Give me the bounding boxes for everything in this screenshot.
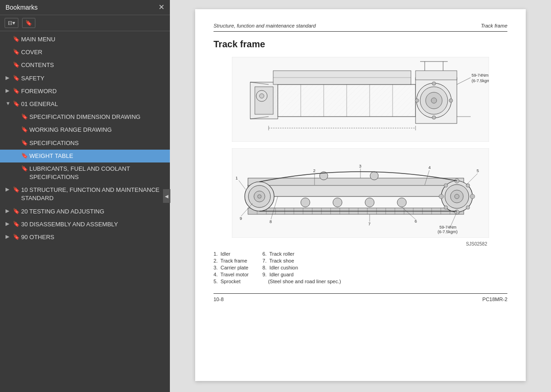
sidebar-item-cover[interactable]: 🔖 COVER bbox=[0, 46, 170, 59]
svg-rect-43 bbox=[248, 185, 464, 196]
document-panel: Structure, function and maintenance stan… bbox=[170, 0, 551, 392]
document-page: Structure, function and maintenance stan… bbox=[195, 9, 526, 381]
doc-header: Structure, function and maintenance stan… bbox=[214, 23, 507, 32]
bookmark-view-button[interactable]: 🔖 bbox=[22, 18, 35, 28]
doc-title: Track frame bbox=[214, 39, 507, 50]
parts-legend: 1. Idler 2. Track frame 3. Carrier plate… bbox=[214, 251, 507, 284]
expand-arrow-01-general: ▼ bbox=[6, 100, 13, 106]
svg-text:1: 1 bbox=[236, 176, 238, 180]
doc-footer: 10-8 PC18MR-2 bbox=[214, 293, 507, 302]
bookmark-icon-lubricants: 🔖 bbox=[21, 165, 29, 172]
expand-arrow-foreword: ▶ bbox=[6, 87, 13, 94]
expand-arrow-30-disassembly: ▶ bbox=[6, 220, 13, 227]
part-item-8: 8. Idler cushion bbox=[262, 265, 341, 270]
bookmark-icon-cover: 🔖 bbox=[13, 48, 21, 55]
svg-text:59-74Nm: 59-74Nm bbox=[439, 225, 456, 230]
sidebar-header: Bookmarks ✕ bbox=[0, 0, 170, 15]
part-item-6: 6. Track roller bbox=[262, 251, 341, 257]
sidebar-item-20-testing[interactable]: ▶ 🔖 20 TESTING AND ADJUSTING bbox=[0, 205, 170, 218]
expand-arrow-10-structure: ▶ bbox=[6, 186, 13, 192]
part-item-1: 1. Idler bbox=[214, 251, 248, 257]
bookmark-icon-10-structure: 🔖 bbox=[13, 186, 21, 193]
svg-point-81 bbox=[444, 184, 448, 187]
expand-placeholder-contents bbox=[6, 61, 13, 67]
part-item-9-note: (Steel shoe and road liner spec.) bbox=[262, 279, 341, 284]
expand-arrow-safety: ▶ bbox=[6, 74, 13, 81]
sidebar-label-20-testing: 20 TESTING AND ADJUSTING bbox=[21, 207, 166, 216]
bookmark-icon-30-disassembly: 🔖 bbox=[13, 220, 21, 227]
sidebar-item-main-menu[interactable]: 🔖 MAIN MENU bbox=[0, 33, 170, 46]
sidebar-item-specifications[interactable]: 🔖 SPECIFICATIONS bbox=[0, 137, 170, 150]
page-number: 10-8 bbox=[214, 297, 224, 302]
bookmark-icon: 🔖 bbox=[25, 20, 32, 26]
svg-point-24 bbox=[449, 99, 453, 102]
sidebar-item-weight-table[interactable]: 🔖 WEIGHT TABLE bbox=[0, 150, 170, 162]
svg-text:6: 6 bbox=[415, 219, 417, 224]
sidebar-item-01-general[interactable]: ▼ 🔖 01 GENERAL bbox=[0, 98, 170, 111]
sidebar-collapse-arrow[interactable]: ◀ bbox=[163, 189, 170, 203]
sidebar-label-01-general: 01 GENERAL bbox=[21, 100, 166, 108]
sidebar-item-30-disassembly[interactable]: ▶ 🔖 30 DISASSEMBLY AND ASSEMBLY bbox=[0, 218, 170, 231]
part-item-4: 4. Travel motor bbox=[214, 272, 248, 277]
diagram-bottom-container: 1 2 3 4 5 bbox=[214, 148, 507, 246]
svg-point-83 bbox=[444, 206, 448, 209]
sidebar-item-foreword[interactable]: ▶ 🔖 FOREWORD bbox=[0, 85, 170, 98]
diagram-top-container: 59-74Nm (6-7.5kgm) bbox=[214, 57, 507, 144]
sidebar-item-spec-dim[interactable]: 🔖 SPECIFICATION DIMENSION DRAWING bbox=[0, 111, 170, 123]
sidebar-label-spec-dim: SPECIFICATION DIMENSION DRAWING bbox=[29, 113, 166, 121]
expand-placeholder-cover bbox=[6, 48, 13, 54]
svg-point-84 bbox=[466, 206, 470, 209]
svg-point-7 bbox=[259, 94, 264, 98]
svg-rect-15 bbox=[269, 84, 416, 117]
doc-header-left: Structure, function and maintenance stan… bbox=[214, 23, 316, 28]
bookmark-icon-specifications: 🔖 bbox=[21, 139, 29, 146]
sidebar-item-10-structure[interactable]: ▶ 🔖 10 STRUCTURE, FUNCTION AND MAINTENAN… bbox=[0, 184, 170, 205]
svg-point-21 bbox=[432, 82, 436, 85]
close-button[interactable]: ✕ bbox=[158, 4, 164, 11]
svg-text:3: 3 bbox=[359, 164, 361, 168]
bookmark-icon-working-range: 🔖 bbox=[21, 126, 29, 133]
expand-icon: ⊟▾ bbox=[8, 20, 15, 26]
sidebar-label-weight-table: WEIGHT TABLE bbox=[29, 152, 166, 160]
svg-text:8: 8 bbox=[270, 219, 272, 224]
sidebar-item-working-range[interactable]: 🔖 WORKING RANGE DRAWING bbox=[0, 123, 170, 136]
svg-point-76 bbox=[455, 194, 459, 199]
parts-col-left: 1. Idler 2. Track frame 3. Carrier plate… bbox=[214, 251, 248, 284]
svg-point-72 bbox=[258, 195, 261, 198]
bookmark-icon-contents: 🔖 bbox=[13, 61, 21, 68]
sidebar-label-90-others: 90 OTHERS bbox=[21, 233, 166, 241]
svg-point-90 bbox=[370, 172, 378, 180]
parts-col-right: 6. Track roller 7. Track shoe 8. Idler c… bbox=[262, 251, 341, 284]
sidebar-toolbar: ⊟▾ 🔖 bbox=[0, 15, 170, 31]
part-item-2: 2. Track frame bbox=[214, 258, 248, 263]
doc-header-right: Track frame bbox=[481, 23, 507, 28]
svg-point-86 bbox=[333, 198, 342, 207]
sidebar-label-cover: COVER bbox=[21, 48, 166, 56]
bookmark-icon-01-general: 🔖 bbox=[13, 100, 21, 107]
bookmark-icon-main-menu: 🔖 bbox=[13, 35, 21, 42]
sidebar-label-safety: SAFETY bbox=[21, 74, 166, 83]
sidebar-label-lubricants: LUBRICANTS, FUEL AND COOLANT SPECIFICATI… bbox=[29, 165, 166, 181]
svg-text:9: 9 bbox=[240, 216, 242, 221]
sidebar-item-lubricants[interactable]: 🔖 LUBRICANTS, FUEL AND COOLANT SPECIFICA… bbox=[0, 162, 170, 184]
part-item-5: 5. Sprocket bbox=[214, 279, 248, 284]
sidebar-item-contents[interactable]: 🔖 CONTENTS bbox=[0, 59, 170, 72]
expand-all-button[interactable]: ⊟▾ bbox=[5, 18, 18, 28]
svg-rect-25 bbox=[416, 71, 457, 80]
sidebar-item-90-others[interactable]: ▶ 🔖 90 OTHERS bbox=[0, 231, 170, 244]
sidebar-label-contents: CONTENTS bbox=[21, 61, 166, 69]
expand-arrow-90-others: ▶ bbox=[6, 233, 13, 240]
sidebar-items: 🔖 MAIN MENU 🔖 COVER 🔖 CONTENTS ▶ 🔖 SAFET… bbox=[0, 31, 170, 392]
sidebar-item-safety[interactable]: ▶ 🔖 SAFETY bbox=[0, 72, 170, 85]
sidebar-wrapper: Bookmarks ✕ ⊟▾ 🔖 🔖 MAIN MENU 🔖 COVER bbox=[0, 0, 170, 392]
sidebar-label-10-structure: 10 STRUCTURE, FUNCTION AND MAINTENANCE S… bbox=[21, 186, 166, 202]
svg-point-85 bbox=[301, 198, 310, 207]
svg-point-80 bbox=[470, 194, 475, 199]
svg-text:7: 7 bbox=[368, 222, 371, 226]
track-frame-bottom-svg: 1 2 3 4 5 bbox=[232, 148, 489, 238]
part-item-7: 7. Track shoe bbox=[262, 258, 341, 263]
svg-point-79 bbox=[439, 194, 444, 199]
svg-point-82 bbox=[466, 184, 470, 187]
bookmark-icon-foreword: 🔖 bbox=[13, 87, 21, 94]
svg-rect-44 bbox=[248, 178, 464, 185]
